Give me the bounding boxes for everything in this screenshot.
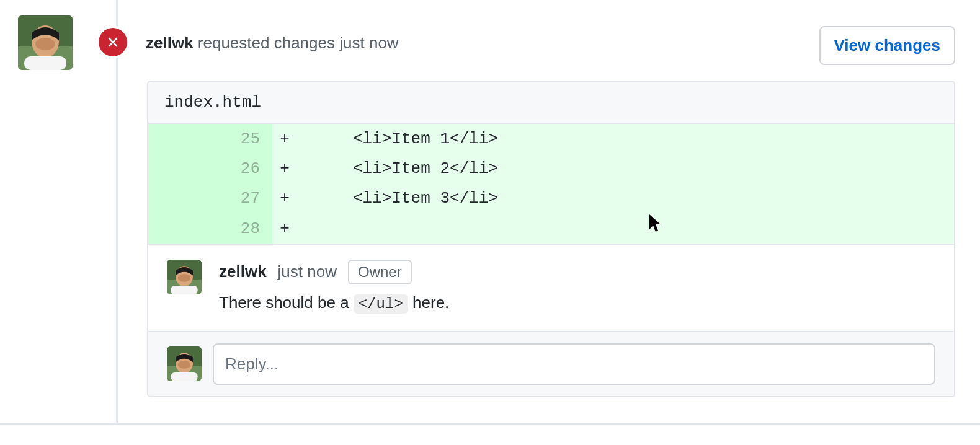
svg-rect-8 (171, 286, 197, 294)
line-number-old (148, 183, 210, 213)
diff-line[interactable]: 28+ (148, 214, 954, 244)
file-header[interactable]: index.html (148, 82, 954, 124)
review-time[interactable]: just now (339, 33, 398, 52)
comment-avatar[interactable] (167, 260, 202, 294)
review-action: requested changes (198, 33, 335, 52)
diff-marker: + (272, 183, 297, 213)
diff-code: <li>Item 2</li> (297, 154, 954, 183)
comment-author[interactable]: zellwk (219, 262, 267, 281)
reviewer-avatar[interactable] (18, 15, 73, 70)
line-number-new: 27 (210, 183, 272, 213)
comment-meta: zellwk just now Owner (219, 260, 935, 284)
diff-code: <li>Item 3</li> (297, 183, 954, 213)
x-icon (105, 34, 121, 50)
review-comment: zellwk just now Owner There should be a … (148, 244, 954, 331)
reply-avatar[interactable] (167, 346, 202, 381)
owner-badge: Owner (348, 260, 412, 284)
svg-rect-3 (24, 56, 66, 70)
reply-input[interactable] (213, 343, 935, 385)
avatar-image (167, 260, 202, 294)
avatar-image (18, 15, 73, 70)
diff-marker: + (272, 154, 297, 183)
reply-row (148, 331, 954, 396)
diff-marker: + (272, 124, 297, 154)
view-changes-button[interactable]: View changes (819, 26, 956, 65)
comment-inline-code: </ul> (354, 294, 408, 314)
diff-table: 25+<li>Item 1</li>26+<li>Item 2</li>27+<… (148, 124, 954, 244)
comment-text-after: here. (408, 293, 450, 312)
svg-rect-13 (171, 372, 197, 381)
svg-point-9 (178, 274, 190, 282)
avatar-image (167, 346, 202, 381)
line-number-new: 25 (210, 124, 272, 154)
svg-point-14 (178, 361, 190, 369)
review-author[interactable]: zellwk (146, 33, 194, 52)
diff-code (297, 214, 954, 244)
changes-requested-icon (97, 26, 129, 58)
line-number-old (148, 154, 210, 183)
svg-point-4 (35, 38, 55, 50)
comment-time[interactable]: just now (278, 262, 337, 281)
file-name: index.html (164, 93, 261, 112)
comment-text: There should be a </ul> here. (219, 293, 935, 312)
timeline-line (116, 0, 118, 425)
review-comment-box: index.html 25+<li>Item 1</li>26+<li>Item… (147, 81, 955, 397)
diff-line[interactable]: 25+<li>Item 1</li> (148, 124, 954, 154)
diff-code: <li>Item 1</li> (297, 124, 954, 154)
section-divider (0, 423, 980, 425)
line-number-old (148, 214, 210, 244)
diff-line[interactable]: 27+<li>Item 3</li> (148, 183, 954, 213)
line-number-old (148, 124, 210, 154)
review-header: zellwk requested changes just now (146, 33, 399, 53)
comment-text-before: There should be a (219, 293, 354, 312)
line-number-new: 26 (210, 154, 272, 183)
line-number-new: 28 (210, 214, 272, 244)
diff-marker: + (272, 214, 297, 244)
diff-line[interactable]: 26+<li>Item 2</li> (148, 154, 954, 183)
